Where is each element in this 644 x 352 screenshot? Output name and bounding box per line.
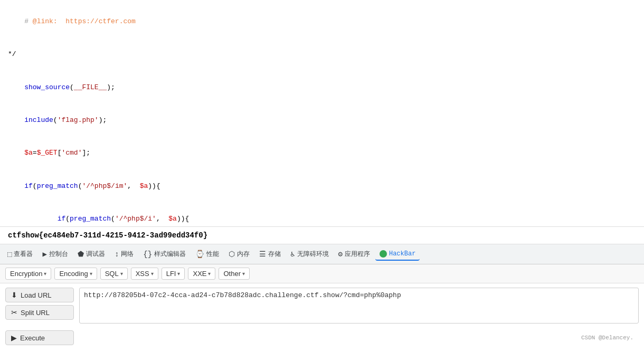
sql-label: SQL: [105, 270, 119, 278]
hackbar-bottom: ▶ Execute CSDN @Delancey.: [0, 330, 644, 348]
xxe-chevron: ▾: [208, 271, 211, 277]
hackbar-menu-other[interactable]: Other ▾: [219, 268, 250, 280]
execute-icon: ▶: [11, 334, 17, 342]
hackbar-url-area: http://878205b4-07c2-4cca-ad24-c7b78d828…: [79, 288, 639, 326]
memory-icon: ⬡: [229, 250, 235, 259]
devtools-application[interactable]: ⚙ 应用程序: [334, 248, 374, 261]
devtools-hackbar[interactable]: HackBar: [375, 248, 420, 261]
xss-label: XSS: [136, 270, 149, 278]
encoding-chevron: ▾: [90, 271, 92, 277]
application-label: 应用程序: [345, 250, 370, 259]
xxe-label: XXE: [193, 270, 206, 278]
devtools-style-editor[interactable]: {} 样式编辑器: [139, 248, 190, 261]
code-line: */: [8, 49, 636, 60]
code-line: [8, 60, 636, 71]
application-icon: ⚙: [338, 250, 343, 259]
devtools-performance[interactable]: ⌚ 性能: [191, 248, 223, 261]
encryption-label: Encryption: [10, 270, 42, 278]
code-line: show_source(__FILE__);: [8, 71, 636, 104]
devtools-memory[interactable]: ⬡ 内存: [224, 248, 254, 261]
csdn-credit: CSDN @Delancey.: [581, 335, 633, 341]
other-chevron: ▾: [242, 271, 245, 277]
split-url-icon: ✂: [11, 308, 17, 317]
code-area: # @link: https://ctfer.com */ show_sourc…: [0, 0, 644, 227]
code-line: if(preg_match('/^php$/im', $a)){: [8, 170, 636, 203]
network-label: 网络: [121, 250, 134, 259]
console-icon: ▶: [42, 250, 46, 259]
inspector-icon: ⬚: [7, 250, 12, 259]
devtools-bar: ⬚ 查看器 ▶ 控制台 ⬟ 调试器 ↕ 网络 {} 样式编辑器 ⌚ 性能 ⬡ 内…: [0, 244, 644, 264]
lfi-chevron: ▾: [177, 271, 180, 277]
accessibility-icon: ♿: [290, 250, 295, 259]
xss-chevron: ▾: [151, 271, 154, 277]
devtools-console[interactable]: ▶ 控制台: [38, 248, 72, 261]
hackbar-icon: [380, 250, 387, 258]
other-label: Other: [223, 270, 241, 278]
hackbar-menu-xss[interactable]: XSS ▾: [131, 268, 158, 280]
hackbar-menu-encryption[interactable]: Encryption ▾: [5, 268, 51, 280]
devtools-accessibility[interactable]: ♿ 无障碍环境: [286, 248, 333, 261]
hackbar-menu: Encryption ▾ Encoding ▾ SQL ▾ XSS ▾ LFI …: [0, 264, 644, 283]
lfi-label: LFI: [166, 270, 176, 278]
execute-button[interactable]: ▶ Execute: [5, 330, 74, 345]
storage-label: 存储: [268, 250, 281, 259]
debugger-icon: ⬟: [78, 250, 84, 259]
accessibility-label: 无障碍环境: [297, 250, 329, 259]
style-editor-label: 样式编辑器: [154, 250, 186, 259]
hackbar-menu-encoding[interactable]: Encoding ▾: [54, 268, 97, 280]
load-url-icon: ⬇: [11, 291, 17, 299]
hackbar-content: ⬇ Load URL ✂ Split URL http://878205b4-0…: [0, 283, 644, 330]
execute-label: Execute: [20, 334, 45, 342]
encoding-label: Encoding: [59, 270, 88, 278]
devtools-storage[interactable]: ☰ 存储: [255, 248, 285, 261]
hackbar-menu-xxe[interactable]: XXE ▾: [188, 268, 215, 280]
flag-display: ctfshow{ec484eb7-311d-4215-9412-3ad99edd…: [0, 227, 644, 244]
devtools-debugger[interactable]: ⬟ 调试器: [73, 248, 109, 261]
hackbar-menu-lfi[interactable]: LFI ▾: [162, 268, 185, 280]
console-label: 控制台: [49, 250, 68, 259]
devtools-inspector[interactable]: ⬚ 查看器: [3, 248, 37, 261]
inspector-label: 查看器: [14, 250, 33, 259]
hackbar-buttons: ⬇ Load URL ✂ Split URL: [5, 288, 74, 320]
devtools-network[interactable]: ↕ 网络: [110, 248, 138, 261]
load-url-button[interactable]: ⬇ Load URL: [5, 288, 74, 302]
code-line: include('flag.php');: [8, 104, 636, 137]
performance-label: 性能: [206, 250, 219, 259]
load-url-label: Load URL: [21, 291, 52, 299]
debugger-label: 调试器: [86, 250, 105, 259]
style-editor-icon: {}: [143, 250, 152, 259]
network-icon: ↕: [115, 250, 119, 259]
split-url-label: Split URL: [21, 309, 50, 317]
code-line: [8, 38, 636, 49]
hackbar-label: HackBar: [389, 250, 415, 258]
memory-label: 内存: [237, 250, 250, 259]
sql-chevron: ▾: [120, 271, 123, 277]
url-input[interactable]: http://878205b4-07c2-4cca-ad24-c7b78d828…: [79, 288, 639, 324]
hackbar-panel: Encryption ▾ Encoding ▾ SQL ▾ XSS ▾ LFI …: [0, 264, 644, 348]
code-line: # @link: https://ctfer.com: [8, 5, 636, 38]
storage-icon: ☰: [259, 250, 266, 259]
encryption-chevron: ▾: [44, 271, 46, 277]
performance-icon: ⌚: [195, 250, 204, 259]
split-url-button[interactable]: ✂ Split URL: [5, 305, 74, 320]
code-line: if(preg_match('/^php$/i', $a)){: [8, 203, 636, 227]
hackbar-menu-sql[interactable]: SQL ▾: [100, 268, 128, 280]
code-line: $a=$_GET['cmd'];: [8, 137, 636, 170]
